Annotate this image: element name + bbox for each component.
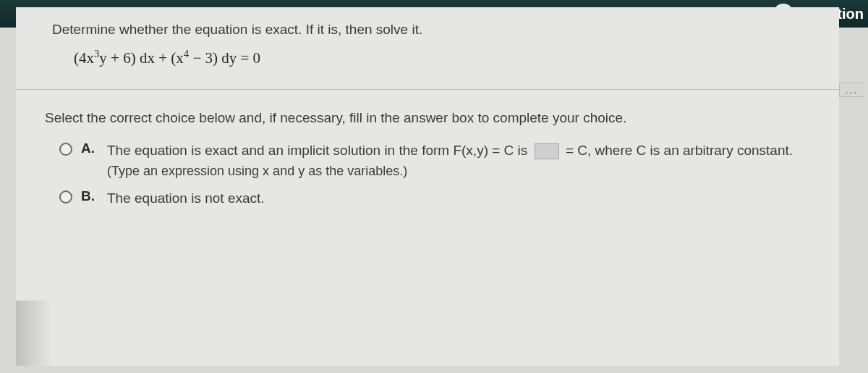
question-prompt: Determine whether the equation is exact.… bbox=[52, 22, 803, 38]
answer-block: ... Select the correct choice below and,… bbox=[16, 90, 839, 223]
select-prompt: Select the correct choice below and, if … bbox=[45, 110, 803, 126]
page-curl-shadow bbox=[16, 301, 52, 366]
choice-b-text: The equation is not exact. bbox=[107, 188, 265, 209]
choice-a-text: The equation is exact and an implicit so… bbox=[107, 141, 793, 181]
choice-b-letter: B. bbox=[81, 188, 98, 204]
choice-a-letter: A. bbox=[81, 141, 98, 156]
choice-a-hint: (Type an expression using x and y as the… bbox=[107, 162, 793, 181]
choice-a-before: The equation is exact and an implicit so… bbox=[107, 143, 532, 158]
more-options-button[interactable]: ... bbox=[839, 83, 864, 97]
content-area: Determine whether the equation is exact.… bbox=[16, 7, 839, 366]
equation-display: (4x3y + 6) dx + (x4 − 3) dy = 0 bbox=[52, 48, 803, 67]
choice-b-row: B. The equation is not exact. bbox=[59, 188, 803, 209]
radio-a[interactable] bbox=[59, 143, 72, 156]
answer-input-box[interactable] bbox=[535, 143, 559, 159]
question-block: Determine whether the equation is exact.… bbox=[16, 7, 839, 89]
radio-b[interactable] bbox=[59, 190, 72, 204]
choice-a-after: = C, where C is an arbitrary constant. bbox=[562, 143, 793, 158]
ellipsis-icon: ... bbox=[846, 84, 859, 96]
choice-a-row: A. The equation is exact and an implicit… bbox=[59, 141, 803, 181]
